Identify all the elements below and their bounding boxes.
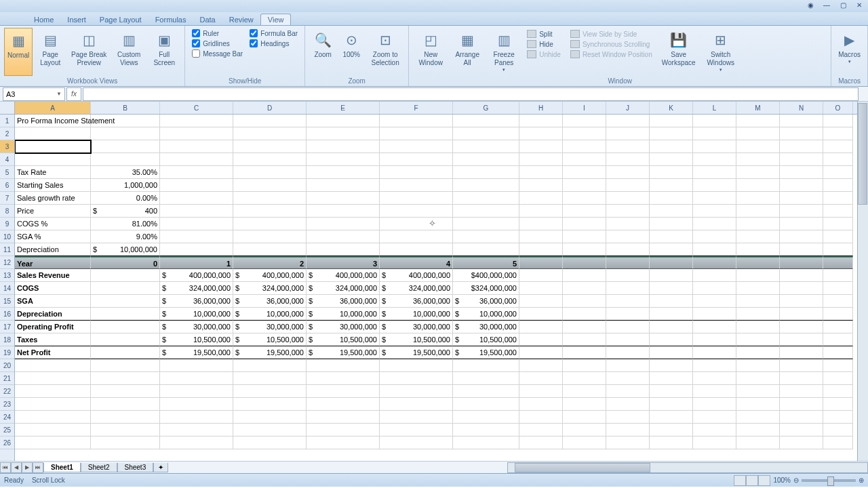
cell-K22[interactable] xyxy=(650,385,693,398)
tab-data[interactable]: Data xyxy=(193,14,222,25)
cell-B26[interactable] xyxy=(91,436,160,449)
cell-O20[interactable] xyxy=(823,359,853,372)
column-header-A[interactable]: A xyxy=(15,102,91,114)
scrollbar-thumb[interactable] xyxy=(858,103,867,205)
cell-K10[interactable] xyxy=(650,230,693,243)
cell-M14[interactable] xyxy=(736,282,780,295)
cell-M25[interactable] xyxy=(736,424,780,436)
cell-N4[interactable] xyxy=(780,153,823,166)
cell-J24[interactable] xyxy=(606,411,650,424)
cell-A22[interactable] xyxy=(15,385,91,398)
column-header-M[interactable]: M xyxy=(736,102,780,114)
cell-J23[interactable] xyxy=(606,398,650,411)
cell-J8[interactable] xyxy=(606,205,650,218)
zoom-percent[interactable]: 100% xyxy=(773,476,791,484)
cell-A16[interactable]: Depreciation xyxy=(15,308,91,321)
cell-E6[interactable] xyxy=(307,179,380,192)
macros-button[interactable]: ▶Macros▾ xyxy=(835,28,863,76)
cell-H3[interactable] xyxy=(519,140,563,153)
cell-B21[interactable] xyxy=(91,372,160,385)
cell-A18[interactable]: Taxes xyxy=(15,333,91,346)
cell-K14[interactable] xyxy=(650,282,693,295)
cell-H13[interactable] xyxy=(519,269,563,282)
cell-B9[interactable]: 81.00% xyxy=(91,218,160,230)
cell-K2[interactable] xyxy=(650,127,693,140)
tab-formulas[interactable]: Formulas xyxy=(149,14,193,25)
cell-I10[interactable] xyxy=(563,230,606,243)
cell-N14[interactable] xyxy=(780,282,823,295)
row-header-10[interactable]: 10 xyxy=(0,230,14,243)
cell-C5[interactable] xyxy=(160,166,233,179)
cell-B5[interactable]: 35.00% xyxy=(91,166,160,179)
cell-G8[interactable] xyxy=(453,205,519,218)
tab-view[interactable]: View xyxy=(260,14,292,25)
cell-J6[interactable] xyxy=(606,179,650,192)
cell-N3[interactable] xyxy=(780,140,823,153)
cell-D19[interactable]: $19,500,000 xyxy=(233,346,307,359)
cell-H26[interactable] xyxy=(519,436,563,449)
cell-B18[interactable] xyxy=(91,333,160,346)
cell-O16[interactable] xyxy=(823,308,853,321)
cell-I16[interactable] xyxy=(563,308,606,321)
cell-G10[interactable] xyxy=(453,230,519,243)
cell-C26[interactable] xyxy=(160,436,233,449)
cell-G4[interactable] xyxy=(453,153,519,166)
cell-B17[interactable] xyxy=(91,321,160,333)
column-header-O[interactable]: O xyxy=(823,102,853,114)
column-header-F[interactable]: F xyxy=(380,102,453,114)
cell-E25[interactable] xyxy=(307,424,380,436)
row-header-23[interactable]: 23 xyxy=(0,398,14,411)
cell-L9[interactable] xyxy=(693,218,736,230)
column-header-G[interactable]: G xyxy=(453,102,519,114)
cell-O13[interactable] xyxy=(823,269,853,282)
cell-E15[interactable]: $36,000,000 xyxy=(307,295,380,308)
cell-C11[interactable] xyxy=(160,243,233,256)
cell-D6[interactable] xyxy=(233,179,307,192)
cell-C16[interactable]: $10,000,000 xyxy=(160,308,233,321)
cell-E5[interactable] xyxy=(307,166,380,179)
cell-G24[interactable] xyxy=(453,411,519,424)
cell-M23[interactable] xyxy=(736,398,780,411)
cell-E20[interactable] xyxy=(307,359,380,372)
cell-G20[interactable] xyxy=(453,359,519,372)
cell-F3[interactable] xyxy=(380,140,453,153)
cell-L3[interactable] xyxy=(693,140,736,153)
row-header-12[interactable]: 12 xyxy=(0,256,14,269)
cell-M9[interactable] xyxy=(736,218,780,230)
cell-D24[interactable] xyxy=(233,411,307,424)
cell-G3[interactable] xyxy=(453,140,519,153)
cell-F18[interactable]: $10,500,000 xyxy=(380,333,453,346)
cell-L21[interactable] xyxy=(693,372,736,385)
cell-H16[interactable] xyxy=(519,308,563,321)
cell-L23[interactable] xyxy=(693,398,736,411)
cell-G21[interactable] xyxy=(453,372,519,385)
cell-A6[interactable]: Starting Sales xyxy=(15,179,91,192)
row-header-26[interactable]: 26 xyxy=(0,436,14,449)
cell-H15[interactable] xyxy=(519,295,563,308)
cell-F10[interactable] xyxy=(380,230,453,243)
cell-B13[interactable] xyxy=(91,269,160,282)
cell-B11[interactable]: $10,000,000 xyxy=(91,243,160,256)
cell-K7[interactable] xyxy=(650,192,693,205)
row-header-19[interactable]: 19 xyxy=(0,346,14,359)
cell-H14[interactable] xyxy=(519,282,563,295)
cell-A21[interactable] xyxy=(15,372,91,385)
cell-L12[interactable] xyxy=(693,256,736,269)
normal-view-btn[interactable] xyxy=(734,475,746,486)
cell-N7[interactable] xyxy=(780,192,823,205)
page-layout-view-btn[interactable] xyxy=(746,475,758,486)
cell-O2[interactable] xyxy=(823,127,853,140)
cell-N6[interactable] xyxy=(780,179,823,192)
cell-F2[interactable] xyxy=(380,127,453,140)
cell-E4[interactable] xyxy=(307,153,380,166)
sheet-tab-1[interactable]: Sheet1 xyxy=(43,463,81,472)
sheet-first-button[interactable]: ⏮ xyxy=(0,462,11,473)
custom-views-button[interactable]: ▥Custom Views xyxy=(111,28,146,76)
cell-M16[interactable] xyxy=(736,308,780,321)
cell-J14[interactable] xyxy=(606,282,650,295)
cell-O4[interactable] xyxy=(823,153,853,166)
cell-B20[interactable] xyxy=(91,359,160,372)
cell-C17[interactable]: $30,000,000 xyxy=(160,321,233,333)
cell-N23[interactable] xyxy=(780,398,823,411)
cell-M19[interactable] xyxy=(736,346,780,359)
